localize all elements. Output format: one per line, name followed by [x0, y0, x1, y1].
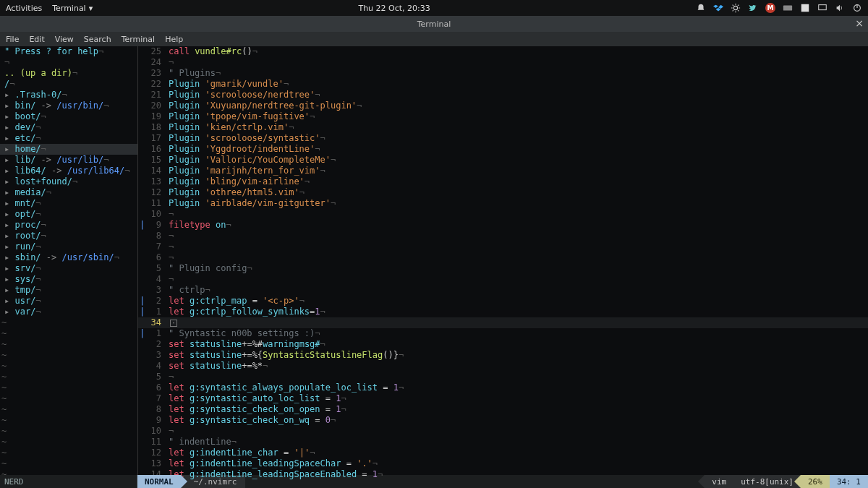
code-line[interactable]: 10¬	[138, 209, 868, 220]
code-line[interactable]: 3set statusline+=%{SyntasticStatuslineFl…	[138, 350, 868, 361]
empty-line: ~	[0, 317, 137, 328]
nerdtree-line[interactable]: ▸ etc/¬	[0, 133, 137, 144]
nerdtree-line[interactable]: ▸ dev/¬	[0, 122, 137, 133]
nerdtree-line[interactable]: ▸ mnt/¬	[0, 198, 137, 209]
code-line[interactable]: 5¬	[138, 372, 868, 382]
code-line[interactable]: 14Plugin 'marijnh/tern_for_vim'¬	[138, 166, 868, 176]
code-line[interactable]: 18Plugin 'kien/ctrlp.vim'¬	[138, 122, 868, 133]
code-line[interactable]: 6¬	[138, 252, 868, 263]
nerdtree-line[interactable]: ▸ srv/¬	[0, 263, 137, 274]
nerdtree-line[interactable]: " Press ? for help¬	[0, 46, 137, 57]
window-title: Terminal	[417, 20, 451, 29]
empty-line: ~	[0, 415, 137, 426]
empty-line: ~	[0, 426, 137, 437]
menu-edit[interactable]: Edit	[29, 35, 44, 44]
nerdtree-line[interactable]: /¬	[0, 79, 137, 90]
nerdtree-line[interactable]: ▸ lib64/ -> /usr/lib64/¬	[0, 166, 137, 176]
code-line[interactable]: |2let g:ctrlp_map = '<c-p>'¬	[138, 296, 868, 307]
nerdtree-line[interactable]: ▸ media/¬	[0, 187, 137, 198]
code-line[interactable]: 12Plugin 'othree/html5.vim'¬	[138, 187, 868, 198]
status-mode: NORMAL	[137, 475, 181, 488]
empty-line: ~	[0, 382, 137, 393]
nerdtree-line[interactable]: ▸ proc/¬	[0, 220, 137, 231]
code-line[interactable]: 19Plugin 'tpope/vim-fugitive'¬	[138, 111, 868, 122]
empty-line: ~	[0, 339, 137, 350]
nerdtree-line[interactable]: ▸ home/¬	[0, 144, 137, 155]
code-line[interactable]: 22Plugin 'gmarik/vundle'¬	[138, 79, 868, 90]
code-line[interactable]: 24¬	[138, 57, 868, 68]
code-line[interactable]: 8¬	[138, 231, 868, 241]
code-line[interactable]: |1let g:ctrlp_follow_symlinks=1¬	[138, 307, 868, 317]
nerdtree-line[interactable]: ▸ bin/ -> /usr/bin/¬	[0, 100, 137, 111]
clock[interactable]: Thu 22 Oct, 20:33	[93, 4, 696, 13]
code-line[interactable]: 17Plugin 'scrooloose/syntastic'¬	[138, 133, 868, 144]
svg-point-1	[733, 6, 737, 9]
code-line[interactable]: 2set statusline+=%#warningmsg#¬	[138, 339, 868, 350]
code-line[interactable]: 23" Plugins¬	[138, 68, 868, 79]
menu-search[interactable]: Search	[84, 35, 111, 44]
status-percent: 26%	[801, 475, 830, 488]
code-line[interactable]: 13Plugin 'bling/vim-airline'¬	[138, 176, 868, 187]
code-line[interactable]: 7¬	[138, 241, 868, 252]
svg-rect-3	[801, 4, 809, 12]
volume-icon[interactable]	[835, 3, 845, 13]
vim-editor[interactable]: " Press ? for help¬¬.. (up a dir)¬/¬▸ .T…	[0, 46, 868, 475]
nerdtree-line[interactable]: ¬	[0, 57, 137, 68]
nerdtree-line[interactable]: ▸ sys/¬	[0, 274, 137, 285]
code-line[interactable]: 15Plugin 'Valloric/YouCompleteMe'¬	[138, 155, 868, 166]
code-line[interactable]: 21Plugin 'scrooloose/nerdtree'¬	[138, 90, 868, 100]
active-app-indicator[interactable]: Terminal ▾	[49, 4, 93, 13]
nerdtree-line[interactable]: ▸ lost+found/¬	[0, 176, 137, 187]
code-line[interactable]: 6let g:syntastic_always_populate_loc_lis…	[138, 382, 868, 393]
monitor-icon[interactable]	[817, 3, 827, 13]
nerdtree-line[interactable]: ▸ usr/¬	[0, 296, 137, 307]
nerdtree-panel[interactable]: " Press ? for help¬¬.. (up a dir)¬/¬▸ .T…	[0, 46, 137, 475]
nerdtree-line[interactable]: ▸ boot/¬	[0, 111, 137, 122]
user-icon[interactable]	[800, 3, 810, 13]
code-line[interactable]: |9filetype on¬	[138, 220, 868, 231]
code-line[interactable]: 12let g:indentLine_char = '|'¬	[138, 448, 868, 458]
nerdtree-line[interactable]: .. (up a dir)¬	[0, 68, 137, 79]
settings-icon[interactable]	[731, 3, 741, 13]
menu-file[interactable]: File	[6, 35, 19, 44]
mega-icon[interactable]: M	[765, 3, 775, 13]
code-panel[interactable]: 25call vundle#rc()¬24¬23" Plugins¬22Plug…	[138, 46, 868, 475]
code-line[interactable]: 3" ctrlp¬	[138, 285, 868, 296]
window-titlebar[interactable]: Terminal ×	[0, 16, 868, 32]
code-line[interactable]: 7let g:syntastic_auto_loc_list = 1¬	[138, 393, 868, 404]
power-icon[interactable]	[852, 3, 862, 13]
menu-terminal[interactable]: Terminal	[122, 35, 156, 44]
nerdtree-line[interactable]: ▸ run/¬	[0, 241, 137, 252]
code-line[interactable]: 4set statusline+=%*¬	[138, 361, 868, 372]
menu-help[interactable]: Help	[165, 35, 183, 44]
activities-button[interactable]: Activities	[6, 4, 42, 13]
code-line[interactable]: 10¬	[138, 426, 868, 437]
bird-icon[interactable]	[748, 3, 758, 13]
dropbox-icon[interactable]	[713, 3, 723, 13]
nerdtree-line[interactable]: ▸ .Trash-0/¬	[0, 90, 137, 100]
nerdtree-line[interactable]: ▸ var/¬	[0, 307, 137, 317]
code-line[interactable]: 9let g:syntastic_check_on_wq = 0¬	[138, 415, 868, 426]
code-line[interactable]: 25call vundle#rc()¬	[138, 46, 868, 57]
code-line[interactable]: 11" indentLine¬	[138, 437, 868, 448]
empty-line: ~	[0, 458, 137, 469]
window-close-button[interactable]: ×	[855, 18, 864, 28]
nerdtree-line[interactable]: ▸ sbin/ -> /usr/sbin/¬	[0, 252, 137, 263]
code-line[interactable]: 5" Plugin config¬	[138, 263, 868, 274]
empty-line: ~	[0, 404, 137, 415]
nerdtree-line[interactable]: ▸ root/¬	[0, 231, 137, 241]
code-line[interactable]: 8let g:syntastic_check_on_open = 1¬	[138, 404, 868, 415]
nerdtree-line[interactable]: ▸ lib/ -> /usr/lib/¬	[0, 155, 137, 166]
notification-icon[interactable]	[696, 3, 706, 13]
code-line[interactable]: 13let g:indentLine_leadingSpaceChar = '.…	[138, 458, 868, 469]
keyboard-icon[interactable]	[783, 3, 793, 13]
nerdtree-line[interactable]: ▸ tmp/¬	[0, 285, 137, 296]
code-line[interactable]: 34·	[138, 317, 868, 328]
code-line[interactable]: 4¬	[138, 274, 868, 285]
code-line[interactable]: 20Plugin 'Xuyuanp/nerdtree-git-plugin'¬	[138, 100, 868, 111]
code-line[interactable]: 11Plugin 'airblade/vim-gitgutter'¬	[138, 198, 868, 209]
code-line[interactable]: |1" Syntastic n00b settings :)¬	[138, 328, 868, 339]
code-line[interactable]: 16Plugin 'Yggdroot/indentLine'¬	[138, 144, 868, 155]
menu-view[interactable]: View	[55, 35, 74, 44]
nerdtree-line[interactable]: ▸ opt/¬	[0, 209, 137, 220]
